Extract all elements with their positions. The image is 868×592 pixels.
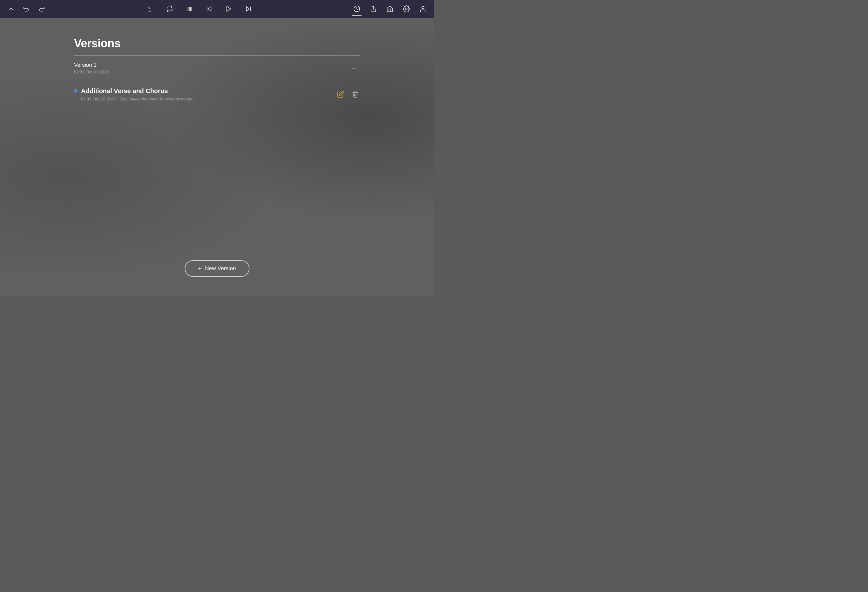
undo-button[interactable] [22,4,31,14]
loop-button[interactable] [165,4,174,14]
svg-marker-6 [208,7,211,12]
version2-timestamp: 02:33 Feb 02 2020 [81,97,116,101]
share-icon [370,5,377,12]
topbar-right [352,4,428,14]
prev-track-button[interactable] [204,4,214,14]
svg-marker-9 [247,7,249,12]
topbar [0,0,434,18]
trash-icon [352,91,359,98]
mixer-icon [186,5,193,12]
play-icon [225,5,232,12]
profile-button[interactable] [418,4,428,14]
home-icon [386,5,393,12]
next-track-button[interactable] [244,4,253,14]
svg-marker-8 [227,6,231,12]
version1-name: Version 1 [74,62,109,68]
metronome-button[interactable] [145,4,155,14]
version2-delete-button[interactable] [350,90,360,99]
version2-row: Additional Verse and Chorus 02:33 Feb 02… [74,81,360,108]
plus-icon: + [198,265,202,272]
svg-point-14 [422,6,424,9]
svg-point-13 [405,8,407,10]
share-button[interactable] [369,4,378,14]
pencil-icon [337,91,344,98]
new-version-label: New Version [205,265,236,272]
new-version-button[interactable]: + New Version [185,260,249,277]
version2-info: Additional Verse and Chorus 02:33 Feb 02… [81,87,192,101]
clock-icon [353,5,360,12]
undo-icon [23,5,30,12]
version1-timestamp: 02:33 Feb 02 2020 [74,69,109,74]
version2-note: This makes the song 30 seconds longer [120,97,192,101]
versions-panel: Versions Version 1 02:33 Feb 02 2020 ···… [74,37,360,108]
redo-button[interactable] [37,4,46,14]
versions-title: Versions [74,37,360,50]
gear-icon [403,5,410,12]
history-button[interactable] [352,4,362,14]
play-button[interactable] [224,4,233,14]
version1-info: Version 1 02:33 Feb 02 2020 [74,62,109,74]
new-version-container: + New Version [185,260,249,277]
version2-name: Additional Verse and Chorus [81,87,192,95]
version2-meta: 02:33 Feb 02 2020 This makes the song 30… [81,97,192,101]
chevron-up-icon [7,5,15,12]
active-indicator-dot [74,89,77,93]
version1-more-button[interactable]: ··· [348,63,360,73]
user-icon [419,5,427,12]
redo-icon [38,5,45,12]
skip-back-icon [205,5,213,12]
version2-actions [336,90,360,99]
settings-button[interactable] [402,4,411,14]
version2-edit-button[interactable] [336,90,345,99]
mixer-button[interactable] [185,4,194,14]
home-button[interactable] [385,4,395,14]
loop-icon [166,5,173,12]
version1-row: Version 1 02:33 Feb 02 2020 ··· [74,56,360,81]
collapse-button[interactable] [6,4,16,14]
version2-left: Additional Verse and Chorus 02:33 Feb 02… [74,87,192,101]
metronome-icon [146,5,154,12]
main-content: Versions Version 1 02:33 Feb 02 2020 ···… [0,18,434,296]
topbar-left [6,4,46,14]
skip-forward-icon [245,5,252,12]
topbar-center [46,4,352,14]
